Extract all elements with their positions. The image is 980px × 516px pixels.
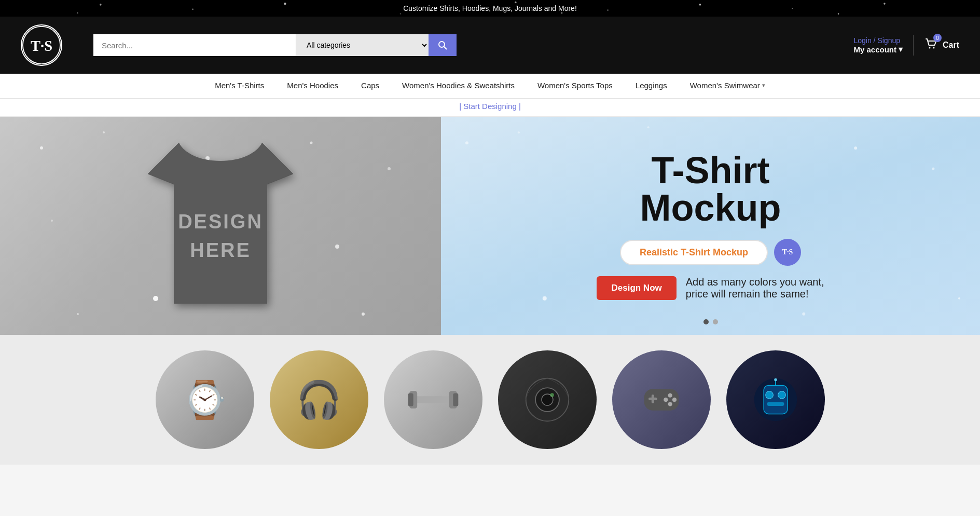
- announcement-text: Customize Shirts, Hoodies, Mugs, Journal…: [403, 4, 577, 12]
- svg-point-59: [778, 391, 785, 399]
- hero-title: T-Shirt Mockup: [640, 152, 781, 226]
- tshirt-graphic: DESIGN HERE: [137, 132, 303, 319]
- search-bar: All categoriesMen's T-ShirtsMen's Hoodie…: [93, 34, 457, 56]
- nav-item-leggings[interactable]: Leggings: [624, 74, 679, 98]
- mockup-button[interactable]: Realistic T-Shirt Mockup: [620, 240, 768, 265]
- hero-section: DESIGN HERE T-Shirt Mockup Realistic T-S…: [0, 117, 980, 335]
- svg-point-12: [838, 13, 839, 15]
- svg-point-8: [884, 3, 886, 5]
- login-signup-link[interactable]: Login / Signup: [853, 36, 900, 45]
- svg-point-2: [284, 3, 286, 5]
- nav-item-mens-hoodies[interactable]: Men's Hoodies: [275, 74, 350, 98]
- svg-point-53: [672, 398, 676, 402]
- design-link-bar: | Start Designing |: [0, 99, 980, 117]
- hero-dot-2[interactable]: [713, 319, 718, 324]
- svg-point-48: [550, 393, 554, 397]
- svg-point-52: [668, 393, 672, 398]
- hero-left: DESIGN HERE: [0, 117, 441, 335]
- hero-tshirt-area: DESIGN HERE: [132, 127, 309, 324]
- svg-point-27: [362, 313, 365, 316]
- svg-point-38: [958, 297, 960, 300]
- cart-section[interactable]: 0 Cart: [924, 37, 959, 53]
- svg-line-16: [444, 47, 447, 49]
- svg-point-36: [543, 296, 547, 301]
- nav-item-womens-swimwear[interactable]: Women's Swimwear ▾: [679, 74, 777, 98]
- svg-point-22: [310, 142, 313, 144]
- product-row: ⌚ 🎧: [0, 335, 980, 465]
- logo-circle: T·S: [21, 24, 62, 66]
- nav-item-caps[interactable]: Caps: [350, 74, 391, 98]
- start-designing-link[interactable]: | Start Designing |: [459, 102, 521, 111]
- navigation: Men's T-Shirts Men's Hoodies Caps Women'…: [0, 74, 980, 99]
- svg-point-58: [765, 391, 773, 399]
- hero-dot-1[interactable]: [703, 319, 709, 324]
- hero-carousel-dots: [703, 319, 718, 324]
- svg-point-23: [388, 167, 391, 170]
- svg-point-5: [607, 9, 609, 11]
- logo[interactable]: T·S: [21, 24, 83, 66]
- product-item-1[interactable]: ⌚: [156, 350, 254, 449]
- svg-point-20: [103, 131, 105, 133]
- svg-point-6: [699, 4, 701, 6]
- account-section: Login / Signup My account ▾: [853, 36, 903, 54]
- svg-text:T·S: T·S: [31, 38, 52, 54]
- svg-point-0: [100, 4, 102, 6]
- product-item-2[interactable]: 🎧: [270, 350, 368, 449]
- svg-rect-44: [453, 393, 458, 406]
- cart-label: Cart: [943, 40, 959, 50]
- search-button[interactable]: [429, 34, 457, 56]
- price-info: Add as many colors you want, price will …: [686, 276, 824, 300]
- category-select[interactable]: All categoriesMen's T-ShirtsMen's Hoodie…: [296, 34, 429, 56]
- chevron-down-icon: ▾: [899, 45, 903, 54]
- svg-point-17: [929, 47, 930, 49]
- ts-logo-circle[interactable]: T·S: [774, 239, 801, 266]
- nav-item-womens-sports-tops[interactable]: Women's Sports Tops: [526, 74, 624, 98]
- svg-point-33: [518, 131, 520, 133]
- svg-point-28: [77, 313, 79, 315]
- cart-icon-wrap: 0: [924, 37, 938, 53]
- svg-point-29: [335, 245, 339, 249]
- header-right: Login / Signup My account ▾ 0 Cart: [853, 35, 959, 56]
- svg-point-55: [664, 398, 668, 402]
- header: T·S All categoriesMen's T-ShirtsMen's Ho…: [0, 17, 980, 74]
- product-item-6[interactable]: [726, 350, 825, 449]
- svg-rect-43: [408, 393, 413, 406]
- svg-point-39: [647, 126, 650, 128]
- header-divider: [913, 35, 914, 56]
- nav-item-womens-hoodies[interactable]: Women's Hoodies & Sweatshirts: [391, 74, 526, 98]
- nav-item-mens-tshirts[interactable]: Men's T-Shirts: [203, 74, 275, 98]
- svg-text:DESIGN: DESIGN: [178, 211, 263, 233]
- svg-point-18: [933, 47, 934, 49]
- product-item-4[interactable]: [498, 350, 597, 449]
- swimwear-chevron-icon: ▾: [762, 82, 765, 89]
- svg-point-37: [802, 313, 805, 316]
- svg-point-19: [40, 146, 43, 150]
- svg-rect-51: [651, 395, 654, 403]
- cart-badge: 0: [933, 34, 942, 42]
- svg-rect-57: [764, 386, 788, 414]
- my-account-button[interactable]: My account ▾: [853, 45, 903, 54]
- product-item-3[interactable]: [384, 350, 482, 449]
- svg-point-7: [792, 8, 793, 9]
- svg-point-9: [77, 12, 78, 14]
- design-now-row: Design Now Add as many colors you want, …: [597, 276, 824, 300]
- svg-point-32: [465, 141, 468, 144]
- svg-rect-40: [411, 396, 454, 403]
- announcement-bar: Customize Shirts, Hoodies, Mugs, Journal…: [0, 0, 980, 17]
- search-input[interactable]: [93, 34, 296, 56]
- svg-point-4: [515, 2, 517, 4]
- svg-rect-60: [767, 402, 784, 406]
- svg-point-1: [192, 8, 194, 10]
- design-now-button[interactable]: Design Now: [597, 276, 676, 300]
- svg-text:HERE: HERE: [190, 239, 251, 261]
- hero-right: T-Shirt Mockup Realistic T-Shirt Mockup …: [441, 117, 980, 335]
- svg-point-54: [668, 402, 672, 406]
- svg-point-34: [854, 146, 857, 150]
- svg-point-62: [774, 378, 777, 382]
- mockup-btn-row: Realistic T-Shirt Mockup T·S: [620, 239, 801, 266]
- svg-point-35: [932, 168, 935, 170]
- svg-point-10: [400, 13, 401, 15]
- svg-point-24: [51, 220, 53, 222]
- product-item-5[interactable]: [612, 350, 711, 449]
